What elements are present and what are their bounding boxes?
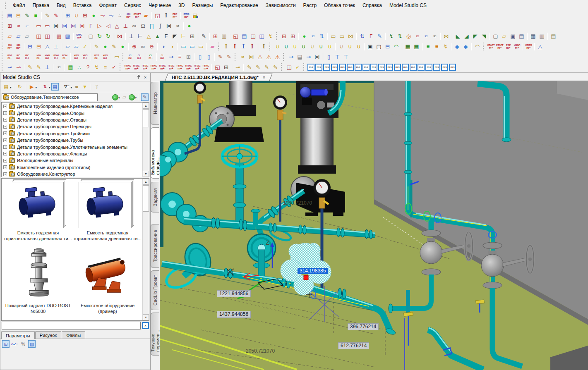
tree-scrollbar[interactable]: ▲ ▼: [142, 103, 149, 177]
nphs7-icon[interactable]: НПХСm+: [176, 63, 184, 71]
cylinder-measure-icon[interactable]: ▯: [325, 53, 333, 61]
levels2-icon[interactable]: ≡: [433, 43, 441, 50]
sheet-edit-icon[interactable]: ✎: [23, 12, 31, 19]
dwg-blue2-icon[interactable]: ◫: [258, 32, 266, 40]
pdm2-icon[interactable]: PDMm+: [61, 53, 69, 61]
tank-cyan1-icon[interactable]: ▭: [180, 43, 187, 50]
toolbar-grip[interactable]: [276, 32, 278, 40]
nphs2-icon[interactable]: НПХСm+: [132, 63, 140, 71]
spool-yellow-icon[interactable]: ↯: [442, 43, 449, 50]
start1-icon[interactable]: СТАРТm+: [487, 43, 495, 50]
grid-check-icon[interactable]: ▦: [67, 63, 74, 71]
cube-icon[interactable]: ■: [32, 12, 40, 19]
ms-button[interactable]: ms: [394, 64, 401, 71]
tree-orange-icon[interactable]: ⊟: [35, 43, 43, 50]
axis-swap-icon[interactable]: ⇅: [358, 32, 366, 40]
doc-new-icon[interactable]: ▢: [492, 32, 499, 40]
tree-expander[interactable]: +: [3, 145, 7, 149]
side-tab[interactable]: Текущие перемен...: [151, 313, 159, 356]
filter-button[interactable]: ∇=: [63, 83, 71, 91]
conv-010a-icon[interactable]: 010m+: [6, 43, 14, 50]
dwg-import-icon[interactable]: DWGm+: [75, 32, 83, 40]
tree-item[interactable]: +Детали трубопроводные.Крепежные изделия: [2, 103, 142, 110]
spool3-icon[interactable]: ◎: [405, 32, 413, 40]
oo-pair-icon[interactable]: ∞: [139, 43, 147, 50]
folder-up-icon[interactable]: ▱: [120, 93, 128, 101]
cpipe-icon[interactable]: CPIPEm+: [525, 43, 533, 50]
tri-right-icon[interactable]: ▷: [96, 22, 103, 30]
pen-m4-icon[interactable]: ✎: [271, 63, 279, 71]
pen-dn1-icon[interactable]: ✎: [93, 43, 101, 50]
menu-item[interactable]: Растр: [300, 1, 320, 10]
ab-dropdown-icon[interactable]: ▾: [49, 86, 50, 89]
tree-item[interactable]: +Оборудование.Конструктор: [2, 171, 142, 177]
weld7-icon[interactable]: ∪: [326, 43, 334, 50]
menu-item[interactable]: Model Studio CS: [386, 1, 430, 10]
iso2-icon[interactable]: ◢: [463, 32, 470, 40]
panel-tab-2[interactable]: Рисунок: [35, 331, 62, 339]
box-orange-icon[interactable]: ▱: [6, 32, 14, 40]
tree-blue-icon[interactable]: △: [43, 43, 51, 50]
ms-button[interactable]: ms: [355, 64, 362, 71]
scroll-up-icon[interactable]: ▲: [143, 103, 149, 109]
tri-poly-icon[interactable]: ◁: [104, 22, 112, 30]
toolbar-grip[interactable]: [2, 22, 4, 30]
scroll-thumb[interactable]: [143, 185, 149, 212]
pipe-conn2-icon[interactable]: ⇅: [318, 32, 326, 40]
tree-expander[interactable]: +: [3, 138, 7, 142]
tripod-icon[interactable]: △: [536, 43, 544, 50]
page-gray-icon[interactable]: ▢: [87, 32, 95, 40]
ms-button[interactable]: ms: [425, 64, 432, 71]
ms-button[interactable]: ms: [331, 64, 338, 71]
ifc2-icon[interactable]: IFCm+: [23, 53, 31, 61]
xpg3-icon[interactable]: XPGm+: [101, 53, 109, 61]
warning3-icon[interactable]: ⚠: [274, 53, 281, 61]
tree-item[interactable]: +Изоляционные материалы: [2, 157, 142, 164]
tree-expander[interactable]: +: [3, 118, 7, 122]
tree-expander[interactable]: +: [3, 152, 7, 155]
search-binoculars-icon[interactable]: ∞: [73, 83, 80, 91]
ms-button[interactable]: ms: [410, 64, 417, 71]
toolbar-grip[interactable]: [2, 63, 4, 71]
valve-gate-icon[interactable]: ⋈: [52, 22, 60, 30]
nphs10-icon[interactable]: НПХСm+: [202, 63, 210, 71]
forward-dropdown-icon[interactable]: ▾: [135, 96, 137, 100]
clamp1-icon[interactable]: ⊤: [334, 53, 341, 61]
valve-frame-icon[interactable]: ⋈: [116, 32, 124, 40]
thumbnail-tank-2[interactable]: [79, 182, 132, 228]
ms-button[interactable]: ms: [307, 64, 314, 71]
grip-point[interactable]: [304, 275, 308, 280]
thumbnail-tank-1[interactable]: [11, 182, 64, 228]
elbow-dim-icon[interactable]: Γ: [367, 32, 375, 40]
toolbar-grip[interactable]: [2, 32, 4, 40]
weld-f3-icon[interactable]: ∪: [355, 43, 362, 50]
mini-pipe2-icon[interactable]: ⊸: [14, 63, 22, 71]
thumbnail-orange-tank[interactable]: [82, 253, 131, 297]
ifc1-icon[interactable]: IFCm+: [14, 53, 22, 61]
ms-button[interactable]: ms: [441, 64, 448, 71]
scroll-down-icon[interactable]: ▼: [143, 171, 149, 177]
valve-cut-icon[interactable]: ⋈: [70, 22, 77, 30]
beam2-icon[interactable]: I: [231, 43, 239, 50]
toolbar-grip[interactable]: [281, 63, 283, 71]
start2-icon[interactable]: СТАРТm+: [496, 43, 504, 50]
pipe-blue-icon[interactable]: ⊸: [107, 12, 115, 19]
orange-box-icon[interactable]: ▰: [142, 12, 150, 19]
select-box2-icon[interactable]: ▢: [375, 43, 383, 50]
mw-icon[interactable]: MWm+: [35, 53, 43, 61]
branch-icon[interactable]: ≈: [174, 22, 182, 30]
pin-icon[interactable]: [135, 74, 142, 80]
grid-green2-icon[interactable]: ▦: [413, 43, 420, 50]
pdf-print-icon[interactable]: PDFm+: [171, 12, 179, 19]
valve-b2-icon[interactable]: ⋈: [165, 22, 173, 30]
grid-green1-icon[interactable]: ▦: [404, 43, 412, 50]
panel-tab-3[interactable]: Файлы: [62, 331, 85, 339]
pipe-set-icon[interactable]: ≈: [116, 12, 124, 19]
net-green-icon[interactable]: ∴: [75, 63, 83, 71]
oo-remove-icon[interactable]: ⊖: [148, 43, 156, 50]
dim-ab-icon[interactable]: ⊢: [136, 32, 144, 40]
oo-add-icon[interactable]: ⊕: [130, 43, 138, 50]
forward-button[interactable]: →: [129, 94, 135, 100]
col-blue2-icon[interactable]: ▯: [205, 53, 213, 61]
spool1-icon[interactable]: ↯: [387, 32, 395, 40]
